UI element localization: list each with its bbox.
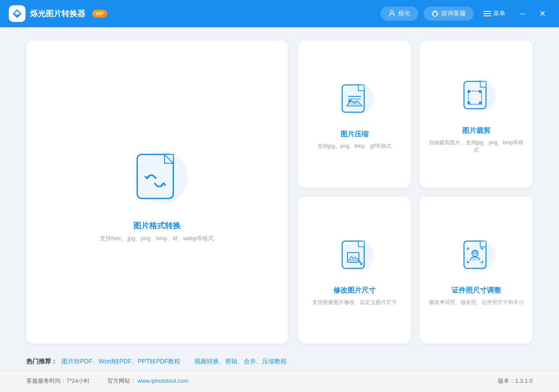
support-label: 咨询客服 bbox=[441, 10, 466, 18]
crop-icon bbox=[454, 74, 498, 118]
logo-area: 烁光图片转换器 VIP bbox=[9, 5, 107, 22]
id-photo-title: 证件照尺寸调整 bbox=[452, 286, 501, 295]
headset-icon bbox=[431, 10, 438, 17]
format-convert-card[interactable]: 图片格式转换 支持heic、jpg、png、bmp、tif、webp等格式 bbox=[26, 40, 288, 344]
id-photo-card[interactable]: 证件照尺寸调整 修改考试照、报名照、证件照尺寸和大小 bbox=[420, 197, 533, 344]
format-convert-title: 图片格式转换 bbox=[133, 220, 181, 231]
svg-rect-3 bbox=[432, 14, 434, 15]
crop-card[interactable]: 图片裁剪 自由裁剪图片，支持jpg、png、bmp等格式 bbox=[420, 40, 533, 188]
resize-card[interactable]: 修改图片尺寸 支持批量图片修改，自定义图片尺寸 bbox=[298, 197, 411, 344]
website-area: 官方网站： www.iphototool.com bbox=[107, 377, 188, 385]
id-photo-icon bbox=[454, 234, 498, 278]
compress-icon bbox=[332, 78, 376, 122]
version: 版本：1.3.1.0 bbox=[498, 377, 533, 385]
crop-title: 图片裁剪 bbox=[462, 126, 490, 136]
right-grid: 图片压缩 支持jpg、png、bmp、gif等格式 bbox=[298, 40, 533, 344]
compress-card[interactable]: 图片压缩 支持jpg、png、bmp、gif等格式 bbox=[298, 40, 411, 188]
hot-recommendations: 热门推荐： 图片转PDF、Word转PDF、PPT转PDF教程 视频转换、剪辑、… bbox=[0, 352, 559, 371]
resize-desc: 支持批量图片修改，自定义图片尺寸 bbox=[312, 299, 397, 306]
header-right: 烁光 咨询客服 菜单 ─ ✕ bbox=[380, 7, 550, 21]
user-label: 烁光 bbox=[398, 10, 410, 18]
compress-title: 图片压缩 bbox=[340, 130, 369, 139]
app-title: 烁光图片转换器 bbox=[30, 8, 85, 19]
compress-desc: 支持jpg、png、bmp、gif等格式 bbox=[318, 143, 391, 150]
header: 烁光图片转换器 VIP 烁光 咨询客服 菜单 bbox=[0, 0, 559, 27]
user-button[interactable]: 烁光 bbox=[380, 7, 418, 21]
hot-link-2[interactable]: 视频转换、剪辑、合并、压缩教程 bbox=[194, 358, 287, 366]
support-button[interactable]: 咨询客服 bbox=[424, 7, 474, 21]
vip-badge: VIP bbox=[92, 10, 107, 18]
close-button[interactable]: ✕ bbox=[535, 8, 550, 19]
app-logo-icon bbox=[9, 5, 26, 22]
resize-title: 修改图片尺寸 bbox=[333, 286, 376, 295]
hot-separator bbox=[184, 358, 191, 365]
format-convert-desc: 支持heic、jpg、png、bmp、tif、webp等格式 bbox=[100, 234, 214, 242]
hot-label: 热门推荐： bbox=[26, 358, 57, 366]
crop-desc: 自由裁剪图片，支持jpg、png、bmp等格式 bbox=[428, 139, 524, 154]
resize-icon bbox=[332, 234, 376, 278]
footer: 客服服务时间：7*24小时 官方网站： www.iphototool.com 版… bbox=[0, 371, 559, 390]
id-photo-desc: 修改考试照、报名照、证件照尺寸和大小 bbox=[429, 299, 524, 306]
service-time: 客服服务时间：7*24小时 bbox=[26, 377, 90, 385]
menu-icon bbox=[483, 11, 491, 17]
website-url: www.iphototool.com bbox=[137, 377, 188, 384]
menu-label: 菜单 bbox=[493, 10, 505, 18]
hot-link-1[interactable]: 图片转PDF、Word转PDF、PPT转PDF教程 bbox=[62, 358, 180, 366]
svg-rect-4 bbox=[437, 14, 438, 15]
main-content: 图片格式转换 支持heic、jpg、png、bmp、tif、webp等格式 bbox=[0, 27, 559, 352]
user-icon bbox=[388, 10, 395, 17]
minimize-button[interactable]: ─ bbox=[515, 8, 530, 19]
svg-point-0 bbox=[16, 12, 18, 15]
website-label: 官方网站： bbox=[107, 377, 136, 384]
format-convert-icon bbox=[122, 142, 192, 212]
menu-button[interactable]: 菜单 bbox=[479, 7, 510, 20]
